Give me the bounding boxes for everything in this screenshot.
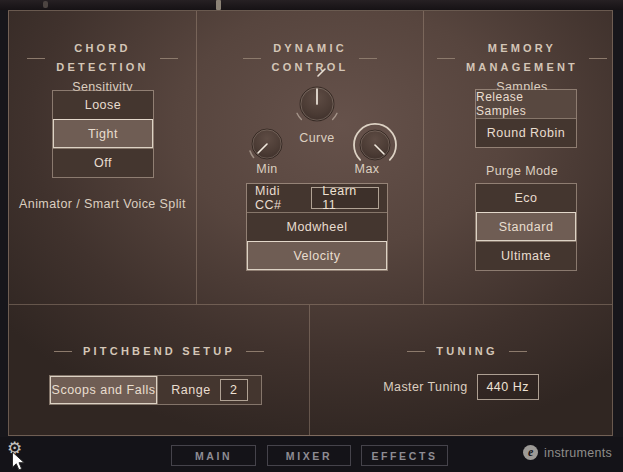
- section-title-chord-detection: CHORD DETECTION: [56, 39, 148, 78]
- sensitivity-button-group: Loose Tight Off: [52, 90, 154, 178]
- debris-speck: [216, 0, 221, 10]
- section-title-memory-management: MEMORY MANAGEMENT: [466, 39, 578, 78]
- mouse-cursor-icon: [11, 451, 27, 472]
- source-option-velocity[interactable]: Velocity: [247, 241, 387, 270]
- midi-cc-row: Midi CC# Learn 11: [247, 184, 387, 212]
- min-knob-label: Min: [237, 162, 297, 176]
- title-dash: [437, 58, 455, 59]
- debris-speck: [43, 1, 48, 8]
- section-pitchbend-setup: PITCHBEND SETUP Scoops and Falls Range 2: [9, 305, 310, 435]
- dynamic-source-group: Midi CC# Learn 11 Modwheel Velocity: [246, 183, 388, 271]
- e-logo-icon: e: [523, 445, 538, 460]
- release-samples-toggle[interactable]: Release Samples: [476, 90, 576, 118]
- purge-mode-group: Eco Standard Ultimate: [475, 183, 577, 271]
- section-tuning: TUNING Master Tuning 440 Hz: [310, 305, 612, 435]
- title-dash: [589, 58, 607, 59]
- sensitivity-option-tight[interactable]: Tight: [53, 119, 153, 148]
- tab-mixer[interactable]: MIXER: [267, 445, 351, 466]
- samples-toggle-group: Release Samples Round Robin: [475, 89, 577, 148]
- range-label: Range: [171, 383, 210, 397]
- range-value-field[interactable]: 2: [220, 379, 248, 401]
- section-dynamic-control: DYNAMIC CONTROL Curve: [197, 11, 424, 304]
- purge-option-ultimate[interactable]: Ultimate: [476, 241, 576, 270]
- e-instruments-logo: e instruments: [523, 445, 612, 460]
- bottom-bar: ⚙ MAIN MIXER EFFECTS e instruments: [0, 437, 623, 472]
- round-robin-toggle[interactable]: Round Robin: [476, 118, 576, 147]
- sensitivity-option-off[interactable]: Off: [53, 148, 153, 177]
- midi-learn-button[interactable]: Learn 11: [311, 187, 379, 209]
- animator-voice-split-label: Animator / Smart Voice Split: [9, 197, 196, 211]
- title-dash: [246, 351, 264, 352]
- tab-main[interactable]: MAIN: [171, 445, 256, 466]
- sensitivity-option-loose[interactable]: Loose: [53, 91, 153, 119]
- purge-option-standard[interactable]: Standard: [476, 212, 576, 241]
- curve-knob[interactable]: [287, 66, 347, 140]
- title-dash: [27, 58, 45, 59]
- section-chord-detection: CHORD DETECTION Sensitivity Loose Tight …: [9, 11, 197, 304]
- section-title-pitchbend: PITCHBEND SETUP: [83, 345, 235, 357]
- midi-cc-label: Midi CC#: [255, 184, 303, 212]
- host-top-strip: [0, 0, 623, 10]
- title-dash: [407, 351, 425, 352]
- pitchbend-controls: Scoops and Falls Range 2: [49, 375, 262, 405]
- master-tuning-value-field[interactable]: 440 Hz: [477, 374, 539, 400]
- purge-mode-label: Purge Mode: [432, 164, 612, 178]
- brand-name: instruments: [544, 446, 612, 460]
- title-dash: [160, 58, 178, 59]
- section-title-tuning: TUNING: [436, 345, 497, 357]
- pitchbend-range-cell: Range 2: [157, 376, 261, 404]
- title-dash: [509, 351, 527, 352]
- source-option-modwheel[interactable]: Modwheel: [247, 212, 387, 241]
- settings-panel: CHORD DETECTION Sensitivity Loose Tight …: [8, 10, 613, 436]
- section-memory-management: MEMORY MANAGEMENT Samples Release Sample…: [424, 11, 612, 304]
- purge-option-eco[interactable]: Eco: [476, 184, 576, 212]
- tab-effects[interactable]: EFFECTS: [361, 445, 448, 466]
- title-dash: [243, 58, 261, 59]
- scoops-and-falls-toggle[interactable]: Scoops and Falls: [50, 376, 157, 404]
- master-tuning-label: Master Tuning: [383, 380, 467, 394]
- title-dash: [54, 351, 72, 352]
- max-knob-label: Max: [337, 162, 397, 176]
- title-dash: [359, 58, 377, 59]
